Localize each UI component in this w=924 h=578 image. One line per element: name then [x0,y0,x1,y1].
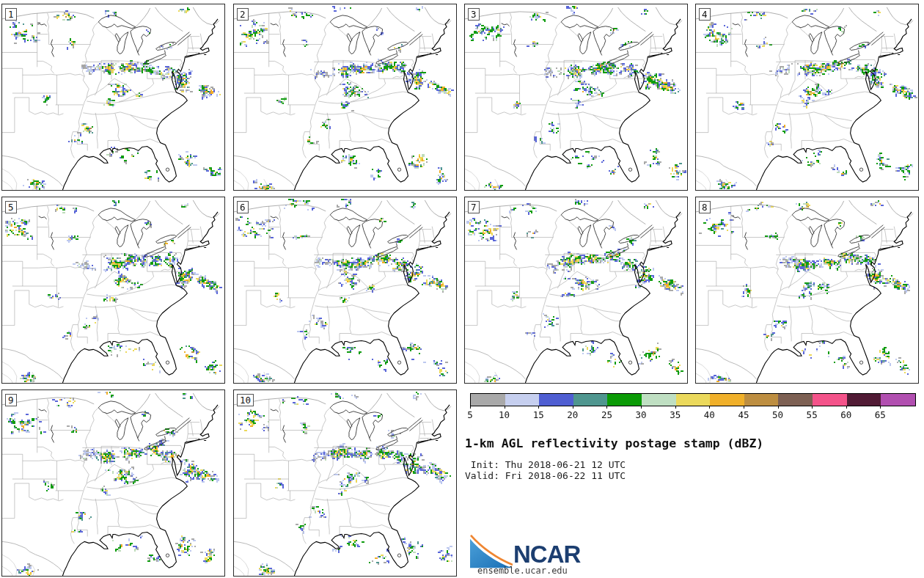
colorbar-tick [880,406,881,409]
colorbar-segment-50 [778,394,813,406]
member-number-badge: 7 [468,201,480,213]
reflectivity-layer [465,197,687,383]
reflectivity-colorbar [470,393,916,406]
ensemble-member-panel-1: 1 [1,4,225,191]
colorbar-tick [470,406,471,409]
reflectivity-layer [2,390,224,576]
colorbar-segment-60 [847,394,881,406]
ensemble-member-panel-7: 7 [464,197,688,384]
colorbar-tick [675,406,676,409]
reflectivity-layer [234,390,456,576]
colorbar-segment-20 [573,394,608,406]
colorbar-tick-label: 15 [533,409,544,420]
ensemble-member-panel-10: 10 [233,389,457,577]
colorbar-segment-5 [471,394,505,406]
colorbar-tick [778,406,779,409]
colorbar-tick [846,406,847,409]
reflectivity-layer [2,197,224,383]
ensemble-member-panel-5: 5 [1,197,225,384]
colorbar-tick [812,406,813,409]
colorbar-tick-label: 5 [467,409,473,420]
colorbar-tick [606,406,607,409]
colorbar-tick-label: 20 [567,409,578,420]
ensemble-member-panel-3: 3 [464,4,688,191]
colorbar-segment-25 [607,394,642,406]
colorbar-tick-label: 55 [807,409,818,420]
ensemble-member-panel-2: 2 [233,4,457,191]
colorbar-segment-55 [813,394,847,406]
colorbar-segment-40 [710,394,744,406]
ensemble-member-panel-6: 6 [233,197,457,384]
ensemble-member-panel-9: 9 [1,389,225,577]
member-number-badge: 2 [237,8,249,21]
colorbar-tick [641,406,642,409]
reflectivity-layer [234,197,456,383]
init-time-label: Init: Thu 2018-06-21 12 UTC [465,459,626,470]
colorbar-tick [505,406,505,409]
ncar-logo-swoosh-icon [470,535,513,570]
colorbar-tick-label: 40 [704,409,715,420]
colorbar-segment-35 [676,394,711,406]
reflectivity-layer [696,4,918,190]
colorbar-tick-label: 35 [670,409,681,420]
reflectivity-layer [2,4,224,190]
member-number-badge: 4 [699,8,711,21]
ncar-logo-text: NCAR [513,542,580,566]
colorbar-tick-label: 45 [738,409,749,420]
colorbar-segment-15 [539,394,573,406]
member-number-badge: 6 [237,201,249,213]
colorbar-tick [744,406,744,409]
colorbar-tick [573,406,573,409]
reflectivity-layer [234,4,456,190]
ensemble-member-panel-8: 8 [695,197,919,384]
colorbar-segment-45 [744,394,779,406]
colorbar-segment-65 [881,394,915,406]
postage-stamp-figure: 12345678910 5101520253035404550556065 1-… [0,0,924,578]
valid-time-label: Valid: Fri 2018-06-22 11 UTC [465,470,626,481]
colorbar-tick-labels: 5101520253035404550556065 [470,406,917,423]
member-number-badge: 5 [5,201,17,213]
member-number-badge: 10 [237,394,254,406]
reflectivity-layer [696,197,918,383]
reflectivity-layer [465,4,687,190]
colorbar-tick-label: 25 [601,409,612,420]
member-number-badge: 1 [5,8,17,21]
colorbar-tick [538,406,539,409]
colorbar-tick-label: 50 [772,409,783,420]
figure-title: 1-km AGL reflectivity postage stamp (dBZ… [465,436,763,450]
colorbar-tick-label: 30 [636,409,647,420]
colorbar-segment-30 [642,394,676,406]
colorbar-tick-label: 65 [875,409,886,420]
colorbar-tick-label: 10 [499,409,510,420]
ensemble-url: ensemble.ucar.edu [477,566,568,576]
member-number-badge: 9 [5,394,17,406]
colorbar-segment-10 [505,394,540,406]
member-number-badge: 3 [468,8,480,21]
ensemble-member-panel-4: 4 [695,4,919,191]
colorbar-tick-label: 60 [840,409,851,420]
member-number-badge: 8 [699,201,711,213]
colorbar-tick [709,406,710,409]
ncar-logo: NCAR [470,535,617,570]
